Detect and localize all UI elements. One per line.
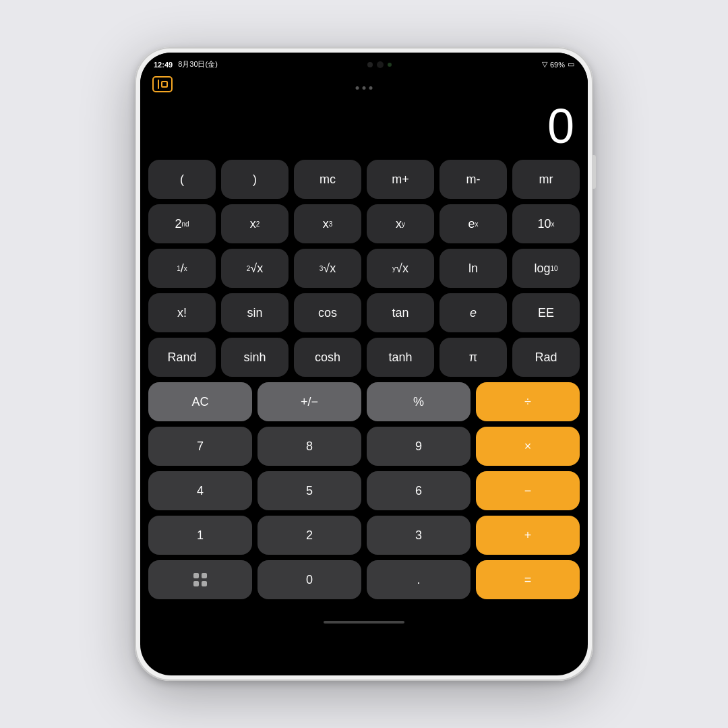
battery-icon: ▭ [568, 60, 574, 69]
btn-x-squared[interactable]: x2 [221, 204, 289, 243]
btn-e-x[interactable]: ex [439, 204, 507, 243]
btn-factorial[interactable]: x! [148, 293, 216, 332]
menu-dot-3 [369, 86, 373, 90]
btn-cos[interactable]: cos [294, 293, 361, 332]
btn-one-over-x[interactable]: 1/x [148, 249, 216, 288]
status-right: ▽ 69% ▭ [542, 60, 574, 69]
btn-cosh[interactable]: cosh [294, 338, 361, 377]
button-row-5: AC+/−%÷ [148, 382, 580, 421]
button-row-9: 0.= [148, 560, 580, 599]
btn-sign[interactable]: +/− [257, 382, 361, 421]
btn-one[interactable]: 1 [148, 516, 252, 555]
btn-mr[interactable]: mr [512, 160, 580, 199]
btn-nine[interactable]: 9 [367, 427, 471, 466]
btn-sinh[interactable]: sinh [221, 338, 289, 377]
battery-level: 69% [550, 61, 565, 69]
home-bar [324, 621, 404, 624]
btn-ee[interactable]: EE [512, 293, 580, 332]
device-screen: 12:49 8月30日(金) ▽ 69% ▭ [140, 53, 588, 675]
btn-percent[interactable]: % [367, 382, 471, 421]
btn-log10[interactable]: log10 [512, 249, 580, 288]
btn-ln[interactable]: ln [439, 249, 507, 288]
calc-screen: 0 [140, 95, 588, 160]
btn-x-cubed[interactable]: x3 [294, 204, 361, 243]
btn-three[interactable]: 3 [367, 516, 471, 555]
status-time: 12:49 [154, 61, 173, 69]
calc-body: ()mcm+m-mr2ndx2x3xyex10x1/x2√x3√xy√xlnlo… [140, 160, 588, 613]
btn-open-paren[interactable]: ( [148, 160, 216, 199]
btn-multiply[interactable]: × [476, 427, 580, 466]
camera-dot-1 [367, 62, 373, 67]
camera-dot-2 [377, 61, 384, 68]
button-row-3: x!sincostaneEE [148, 293, 580, 332]
btn-sqrt-y[interactable]: y√x [367, 249, 434, 288]
btn-second[interactable]: 2nd [148, 204, 216, 243]
svg-rect-3 [202, 581, 207, 586]
wifi-icon: ▽ [542, 60, 547, 69]
status-bar: 12:49 8月30日(金) ▽ 69% ▭ [140, 53, 588, 73]
button-row-8: 123+ [148, 516, 580, 555]
three-dots-menu[interactable] [356, 86, 373, 90]
button-row-6: 789× [148, 427, 580, 466]
home-indicator [140, 613, 588, 632]
btn-rand[interactable]: Rand [148, 338, 216, 377]
btn-six[interactable]: 6 [367, 471, 471, 510]
menu-dot-2 [363, 86, 366, 90]
btn-zero[interactable]: 0 [257, 560, 361, 599]
button-row-2: 1/x2√x3√xy√xlnlog10 [148, 249, 580, 288]
status-left: 12:49 8月30日(金) [154, 59, 218, 69]
side-button[interactable] [592, 155, 596, 189]
btn-rad[interactable]: Rad [512, 338, 580, 377]
btn-two[interactable]: 2 [257, 516, 361, 555]
btn-ten-x[interactable]: 10x [512, 204, 580, 243]
status-date: 8月30日(金) [178, 59, 218, 69]
btn-euler-e[interactable]: e [439, 293, 507, 332]
device-frame: 12:49 8月30日(金) ▽ 69% ▭ [135, 47, 593, 681]
status-center [367, 61, 392, 68]
btn-sqrt-2[interactable]: 2√x [221, 249, 289, 288]
svg-rect-2 [193, 581, 199, 586]
btn-pi[interactable]: π [439, 338, 507, 377]
calculator-app-icon[interactable] [152, 76, 173, 92]
btn-equals[interactable]: = [476, 560, 580, 599]
svg-rect-0 [193, 573, 199, 578]
btn-mc[interactable]: mc [294, 160, 361, 199]
app-icon-bar [158, 80, 159, 89]
btn-tanh[interactable]: tanh [367, 338, 434, 377]
btn-divide[interactable]: ÷ [476, 382, 580, 421]
button-row-4: RandsinhcoshtanhπRad [148, 338, 580, 377]
menu-dot-1 [356, 86, 359, 90]
btn-tan[interactable]: tan [367, 293, 434, 332]
button-row-0: ()mcm+m-mr [148, 160, 580, 199]
btn-x-y[interactable]: xy [367, 204, 434, 243]
app-icon-area [140, 73, 588, 95]
btn-subtract[interactable]: − [476, 471, 580, 510]
btn-eight[interactable]: 8 [257, 427, 361, 466]
btn-five[interactable]: 5 [257, 471, 361, 510]
btn-m-minus[interactable]: m- [439, 160, 507, 199]
svg-rect-1 [202, 573, 207, 578]
button-row-7: 456− [148, 471, 580, 510]
btn-ac[interactable]: AC [148, 382, 252, 421]
btn-m-plus[interactable]: m+ [367, 160, 434, 199]
btn-calc-icon-btn[interactable] [148, 560, 252, 599]
btn-decimal[interactable]: . [367, 560, 471, 599]
app-icon-grid [161, 81, 168, 88]
calc-display: 0 [154, 102, 574, 150]
btn-four[interactable]: 4 [148, 471, 252, 510]
camera-dot-3 [388, 63, 392, 67]
btn-add[interactable]: + [476, 516, 580, 555]
btn-sqrt-3[interactable]: 3√x [294, 249, 361, 288]
btn-sin[interactable]: sin [221, 293, 289, 332]
btn-seven[interactable]: 7 [148, 427, 252, 466]
button-row-1: 2ndx2x3xyex10x [148, 204, 580, 243]
btn-close-paren[interactable]: ) [221, 160, 289, 199]
